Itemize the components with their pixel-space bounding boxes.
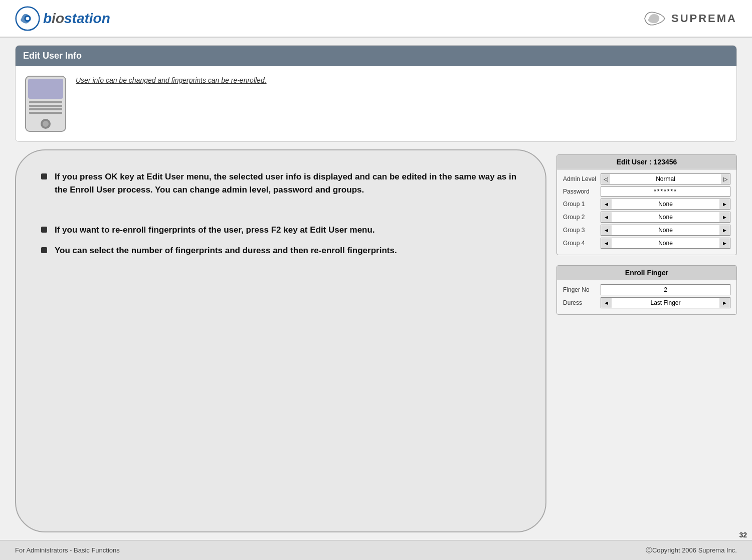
finger-no-value: 2 [603,286,728,294]
header: biostation SUPREMA [0,0,752,38]
bullet-dot-3 [41,247,47,253]
svg-point-10 [43,121,49,127]
admin-level-control[interactable]: ◁ Normal ▷ [601,173,730,184]
suprema-icon [642,9,667,29]
duress-row: Duress ◄ Last Finger ► [563,297,730,308]
duress-next-btn[interactable]: ► [719,298,730,308]
svg-rect-5 [29,101,62,103]
info-box-body: User info can be changed and fingerprint… [16,66,736,141]
finger-no-label: Finger No [563,286,601,293]
page-number: 32 [739,531,747,539]
group2-control[interactable]: ◄ None ► [601,212,730,223]
group4-next-btn[interactable]: ► [719,238,730,248]
duress-label: Duress [563,299,601,306]
right-panel: Edit User : 123456 Admin Level ◁ Normal … [556,149,737,532]
content-wrapper: If you press OK key at Edit User menu, t… [15,149,737,532]
info-box-title: Edit User Info [23,51,82,61]
group2-value: None [612,213,719,221]
group3-row: Group 3 ◄ None ► [563,225,730,236]
finger-no-control: 2 [601,284,730,295]
group3-control[interactable]: ◄ None ► [601,225,730,236]
password-value: ******* [601,186,730,197]
svg-rect-8 [29,112,62,114]
edit-user-title: Edit User : 123456 [557,155,736,169]
device-image [23,74,68,134]
svg-point-2 [26,17,30,20]
bullet-text-1: If you press OK key at Edit User menu, t… [55,170,520,196]
group1-label: Group 1 [563,201,601,208]
footer: For Administrators - Basic Functions ⓒCo… [0,540,752,560]
group1-next-btn[interactable]: ► [719,199,730,209]
group4-value: None [612,239,719,247]
group2-prev-btn[interactable]: ◄ [601,212,612,222]
group4-prev-btn[interactable]: ◄ [601,238,612,248]
left-panel: If you press OK key at Edit User menu, t… [15,149,546,532]
admin-level-label: Admin Level [563,175,601,182]
suprema-text: SUPREMA [671,12,737,25]
group3-value: None [612,226,719,234]
footer-right: ⓒCopyright 2006 Suprema Inc. [646,546,737,555]
duress-prev-btn[interactable]: ◄ [601,298,612,308]
info-box-text: User info can be changed and fingerprint… [76,74,267,84]
info-box-header: Edit User Info [16,46,736,66]
bullet-item-2: If you want to re-enroll fingerprints of… [41,224,520,237]
edit-user-widget: Edit User : 123456 Admin Level ◁ Normal … [556,154,737,255]
info-box: Edit User Info User info can be changed … [15,45,737,142]
group2-row: Group 2 ◄ None ► [563,212,730,223]
bullet-section-2: If you want to re-enroll fingerprints of… [41,224,520,264]
svg-rect-7 [29,108,62,110]
admin-level-prev-btn[interactable]: ◁ [601,174,610,184]
bullet-text-3: You can select the number of fingerprint… [55,244,397,257]
enroll-body: Finger No 2 Duress ◄ Last Finger ► [557,280,736,314]
group4-control[interactable]: ◄ None ► [601,238,730,249]
finger-no-row: Finger No 2 [563,284,730,295]
group2-label: Group 2 [563,214,601,221]
password-row: Password ******* [563,186,730,197]
admin-level-row: Admin Level ◁ Normal ▷ [563,173,730,184]
svg-rect-6 [29,105,62,107]
info-box-subtitle: User info can be changed and fingerprint… [76,74,267,84]
group1-row: Group 1 ◄ None ► [563,199,730,210]
group3-next-btn[interactable]: ► [719,225,730,235]
biostation-icon [15,6,40,31]
enroll-title: Enroll Finger [557,266,736,280]
enroll-finger-widget: Enroll Finger Finger No 2 Duress ◄ [556,265,737,315]
group2-next-btn[interactable]: ► [719,212,730,222]
duress-value: Last Finger [612,299,719,307]
group1-prev-btn[interactable]: ◄ [601,199,612,209]
duress-control[interactable]: ◄ Last Finger ► [601,297,730,308]
bullet-section-1: If you press OK key at Edit User menu, t… [41,170,520,204]
group3-label: Group 3 [563,227,601,234]
group4-label: Group 4 [563,240,601,247]
group4-row: Group 4 ◄ None ► [563,238,730,249]
biostation-logo: biostation [15,6,110,31]
bullet-dot-2 [41,227,47,233]
admin-level-value: Normal [610,175,721,183]
svg-rect-4 [28,79,63,99]
edit-user-body: Admin Level ◁ Normal ▷ Password ******* [557,169,736,255]
main-content: Edit User Info User info can be changed … [0,38,752,540]
group3-prev-btn[interactable]: ◄ [601,225,612,235]
admin-level-next-btn[interactable]: ▷ [721,174,730,184]
password-label: Password [563,188,601,195]
group1-control[interactable]: ◄ None ► [601,199,730,210]
bullet-item-1: If you press OK key at Edit User menu, t… [41,170,520,196]
group1-value: None [612,200,719,208]
bullet-dot-1 [41,173,47,179]
bullet-text-2: If you want to re-enroll fingerprints of… [55,224,375,237]
biostation-text: biostation [43,11,110,27]
suprema-logo: SUPREMA [642,9,737,29]
bullet-item-3: You can select the number of fingerprint… [41,244,520,257]
footer-left: For Administrators - Basic Functions [15,546,120,554]
